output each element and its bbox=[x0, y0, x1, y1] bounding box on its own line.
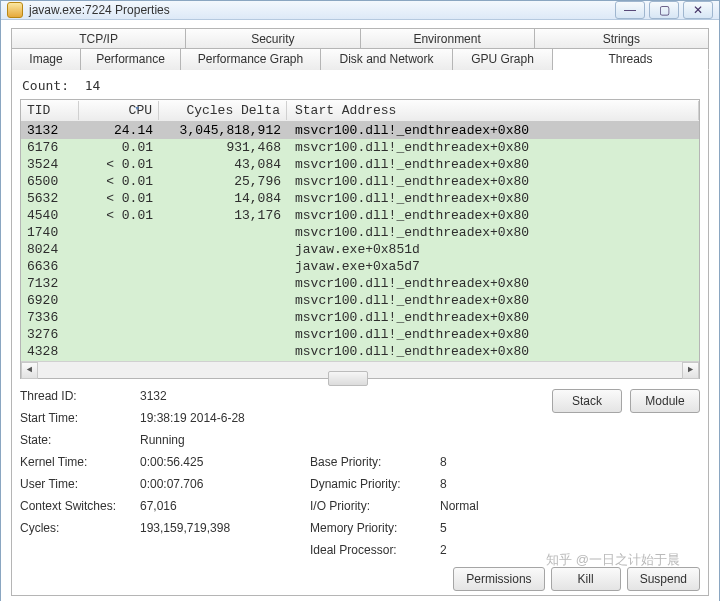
properties-window: javaw.exe:7224 Properties — ▢ ✕ TCP/IPSe… bbox=[0, 0, 720, 601]
table-row[interactable]: 313224.143,045,818,912msvcr100.dll!_endt… bbox=[21, 122, 699, 139]
cell-cpu: < 0.01 bbox=[79, 174, 159, 189]
module-button[interactable]: Module bbox=[630, 389, 700, 413]
table-row[interactable]: 4540< 0.0113,176msvcr100.dll!_endthreade… bbox=[21, 207, 699, 224]
cell-cycles: 25,796 bbox=[159, 174, 287, 189]
cell-addr: javaw.exe+0xa5d7 bbox=[287, 259, 699, 274]
window-title: javaw.exe:7224 Properties bbox=[29, 3, 615, 17]
detail-label: State: bbox=[20, 433, 120, 449]
detail-label: Start Time: bbox=[20, 411, 120, 427]
cell-addr: msvcr100.dll!_endthreadex+0x80 bbox=[287, 208, 699, 223]
scroll-thumb[interactable] bbox=[328, 371, 368, 386]
cell-tid: 3276 bbox=[21, 327, 79, 342]
cell-cpu: < 0.01 bbox=[79, 191, 159, 206]
cell-cpu: < 0.01 bbox=[79, 157, 159, 172]
tab-performance-graph[interactable]: Performance Graph bbox=[181, 48, 321, 70]
table-row[interactable]: 61760.01931,468msvcr100.dll!_endthreadex… bbox=[21, 139, 699, 156]
table-row[interactable]: 7336msvcr100.dll!_endthreadex+0x80 bbox=[21, 309, 699, 326]
cell-tid: 5632 bbox=[21, 191, 79, 206]
cell-addr: javaw.exe+0x851d bbox=[287, 242, 699, 257]
cell-cycles: 931,468 bbox=[159, 140, 287, 155]
tab-threads[interactable]: Threads bbox=[553, 48, 709, 70]
threads-table: TID ▾ CPU Cycles Delta Start Address 313… bbox=[20, 99, 700, 379]
tab-image[interactable]: Image bbox=[11, 48, 81, 70]
table-row[interactable]: 6500< 0.0125,796msvcr100.dll!_endthreade… bbox=[21, 173, 699, 190]
detail-label: Dynamic Priority: bbox=[310, 477, 420, 493]
cell-addr: msvcr100.dll!_endthreadex+0x80 bbox=[287, 157, 699, 172]
thread-count: Count: 14 bbox=[22, 78, 698, 93]
cell-cycles: 43,084 bbox=[159, 157, 287, 172]
cell-tid: 7336 bbox=[21, 310, 79, 325]
tab-performance[interactable]: Performance bbox=[81, 48, 181, 70]
table-row[interactable]: 3276msvcr100.dll!_endthreadex+0x80 bbox=[21, 326, 699, 343]
tabs-row-2: ImagePerformancePerformance GraphDisk an… bbox=[11, 48, 709, 70]
detail-value: 0:00:07.706 bbox=[140, 477, 290, 493]
detail-value: 193,159,719,398 bbox=[140, 521, 290, 537]
maximize-button[interactable]: ▢ bbox=[649, 1, 679, 19]
table-row[interactable]: 6636javaw.exe+0xa5d7 bbox=[21, 258, 699, 275]
sort-indicator-icon: ▾ bbox=[135, 103, 140, 114]
tab-security[interactable]: Security bbox=[186, 28, 360, 49]
cell-tid: 6920 bbox=[21, 293, 79, 308]
table-row[interactable]: 6920msvcr100.dll!_endthreadex+0x80 bbox=[21, 292, 699, 309]
thread-details: Thread ID:Start Time:State:Kernel Time:U… bbox=[20, 389, 700, 559]
table-body[interactable]: 313224.143,045,818,912msvcr100.dll!_endt… bbox=[21, 122, 699, 361]
detail-labels-1: Thread ID:Start Time:State:Kernel Time:U… bbox=[20, 389, 120, 559]
detail-label: Thread ID: bbox=[20, 389, 120, 405]
table-row[interactable]: 7132msvcr100.dll!_endthreadex+0x80 bbox=[21, 275, 699, 292]
minimize-button[interactable]: — bbox=[615, 1, 645, 19]
cell-cycles: 14,084 bbox=[159, 191, 287, 206]
cell-addr: msvcr100.dll!_endthreadex+0x80 bbox=[287, 276, 699, 291]
col-start-address[interactable]: Start Address bbox=[287, 101, 699, 120]
table-row[interactable]: 4328msvcr100.dll!_endthreadex+0x80 bbox=[21, 343, 699, 360]
detail-value: 0:00:56.425 bbox=[140, 455, 290, 471]
tab-tcp-ip[interactable]: TCP/IP bbox=[11, 28, 186, 49]
tab-environment[interactable]: Environment bbox=[361, 28, 535, 49]
cell-addr: msvcr100.dll!_endthreadex+0x80 bbox=[287, 310, 699, 325]
stack-button[interactable]: Stack bbox=[552, 389, 622, 413]
detail-label: Base Priority: bbox=[310, 455, 420, 471]
count-value: 14 bbox=[85, 78, 101, 93]
table-row[interactable]: 1740msvcr100.dll!_endthreadex+0x80 bbox=[21, 224, 699, 241]
detail-values-1: 313219:38:19 2014-6-28Running0:00:56.425… bbox=[140, 389, 290, 559]
tab-gpu-graph[interactable]: GPU Graph bbox=[453, 48, 553, 70]
detail-label: User Time: bbox=[20, 477, 120, 493]
tab-strings[interactable]: Strings bbox=[535, 28, 709, 49]
detail-label: Memory Priority: bbox=[310, 521, 420, 537]
cell-cycles: 13,176 bbox=[159, 208, 287, 223]
suspend-button[interactable]: Suspend bbox=[627, 567, 700, 591]
detail-value: 8 bbox=[440, 477, 520, 493]
detail-label: Cycles: bbox=[20, 521, 120, 537]
cell-tid: 4540 bbox=[21, 208, 79, 223]
col-cycles-delta[interactable]: Cycles Delta bbox=[159, 101, 287, 120]
col-cpu[interactable]: ▾ CPU bbox=[79, 101, 159, 120]
detail-labels-2: Base Priority:Dynamic Priority:I/O Prior… bbox=[310, 455, 420, 559]
cell-cpu: 0.01 bbox=[79, 140, 159, 155]
detail-values-2: 88Normal52 bbox=[440, 455, 520, 559]
detail-label: I/O Priority: bbox=[310, 499, 420, 515]
cell-cycles: 3,045,818,912 bbox=[159, 123, 287, 138]
tabs-row-1: TCP/IPSecurityEnvironmentStrings bbox=[11, 28, 709, 49]
detail-label: Context Switches: bbox=[20, 499, 120, 515]
detail-value: 8 bbox=[440, 455, 520, 471]
cell-addr: msvcr100.dll!_endthreadex+0x80 bbox=[287, 123, 699, 138]
detail-value: 3132 bbox=[140, 389, 290, 405]
table-row[interactable]: 8024javaw.exe+0x851d bbox=[21, 241, 699, 258]
cell-addr: msvcr100.dll!_endthreadex+0x80 bbox=[287, 225, 699, 240]
titlebar[interactable]: javaw.exe:7224 Properties — ▢ ✕ bbox=[1, 1, 719, 20]
table-row[interactable]: 3524< 0.0143,084msvcr100.dll!_endthreade… bbox=[21, 156, 699, 173]
table-row[interactable]: 5632< 0.0114,084msvcr100.dll!_endthreade… bbox=[21, 190, 699, 207]
cell-tid: 6500 bbox=[21, 174, 79, 189]
col-tid[interactable]: TID bbox=[21, 101, 79, 120]
tab-disk-and-network[interactable]: Disk and Network bbox=[321, 48, 453, 70]
cell-addr: msvcr100.dll!_endthreadex+0x80 bbox=[287, 140, 699, 155]
java-icon bbox=[7, 2, 23, 18]
permissions-button[interactable]: Permissions bbox=[453, 567, 544, 591]
cell-addr: msvcr100.dll!_endthreadex+0x80 bbox=[287, 293, 699, 308]
horizontal-scrollbar[interactable]: ◄ ► bbox=[21, 361, 699, 378]
scroll-right-icon[interactable]: ► bbox=[682, 362, 699, 379]
detail-label: Ideal Processor: bbox=[310, 543, 420, 559]
detail-value: 2 bbox=[440, 543, 520, 559]
close-button[interactable]: ✕ bbox=[683, 1, 713, 19]
kill-button[interactable]: Kill bbox=[551, 567, 621, 591]
scroll-left-icon[interactable]: ◄ bbox=[21, 362, 38, 379]
